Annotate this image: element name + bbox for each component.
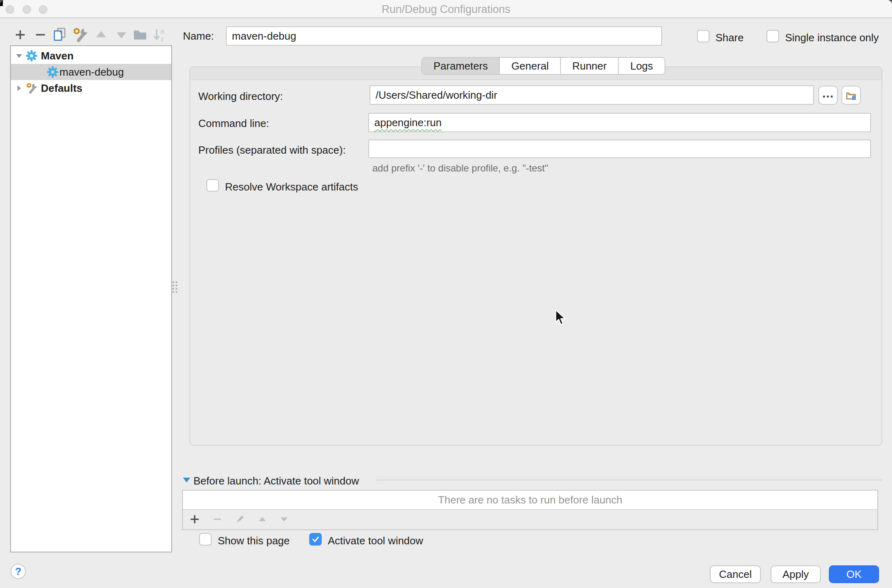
wrench-nut-icon: [25, 82, 38, 94]
splitter-handle[interactable]: [172, 281, 178, 298]
profiles-hint: add prefix '-' to disable profile, e.g. …: [372, 163, 548, 174]
tree-item-label: Defaults: [41, 82, 83, 95]
remove-configuration-button[interactable]: [32, 26, 49, 44]
task-toolbar: [183, 510, 877, 529]
copy-configuration-button[interactable]: [51, 26, 69, 44]
profiles-input[interactable]: [368, 140, 871, 158]
before-launch-task-list: There are no tasks to run before launch: [182, 490, 878, 530]
help-button[interactable]: ?: [11, 564, 26, 579]
sort-configurations-button[interactable]: a z: [151, 26, 168, 44]
triangle-down-icon: [279, 514, 289, 524]
profiles-label: Profiles (separated with space):: [198, 144, 346, 157]
minus-icon: [34, 29, 47, 41]
single-instance-label: Single instance only: [785, 32, 879, 44]
tree-item-defaults[interactable]: Defaults: [11, 80, 171, 96]
move-task-down-button[interactable]: [279, 514, 289, 524]
tree-item-maven-debug[interactable]: maven-debug: [11, 64, 171, 80]
question-mark-icon: ?: [15, 565, 21, 578]
activate-tool-window-label: Activate tool window: [328, 535, 423, 547]
show-this-page-checkbox[interactable]: [199, 533, 212, 546]
before-launch-divider: [376, 480, 882, 480]
svg-text:z: z: [161, 35, 164, 42]
browse-button[interactable]: …: [818, 86, 838, 105]
before-launch-collapse-arrow[interactable]: [183, 478, 190, 482]
triangle-up-icon: [257, 514, 267, 524]
svg-text:a: a: [161, 27, 165, 35]
empty-task-message: There are no tasks to run before launch: [183, 491, 877, 510]
working-directory-input[interactable]: [370, 85, 814, 105]
command-line-label: Command line:: [198, 117, 269, 130]
collapsed-arrow-icon[interactable]: [15, 85, 23, 92]
apply-button[interactable]: Apply: [771, 565, 821, 583]
maven-gear-icon: [47, 66, 59, 78]
folder-icon: [133, 27, 147, 42]
sort-az-icon: a z: [152, 27, 167, 42]
move-task-up-button[interactable]: [257, 514, 267, 524]
choose-folder-button[interactable]: [841, 86, 861, 105]
title-bar[interactable]: Run/Debug Configurations: [0, 0, 892, 18]
tree-item-label: Maven: [41, 50, 74, 62]
show-this-page-label: Show this page: [218, 535, 290, 547]
folder-blue-icon: [845, 89, 858, 102]
expanded-arrow-icon[interactable]: [15, 52, 23, 59]
triangle-down-icon: [115, 29, 127, 41]
single-instance-checkbox[interactable]: [767, 30, 779, 42]
resolve-workspace-label: Resolve Workspace artifacts: [225, 181, 358, 193]
remove-task-button[interactable]: [212, 514, 223, 525]
plus-icon: [14, 29, 26, 41]
settings-tabs: Parameters General Runner Logs: [421, 57, 665, 75]
cancel-button[interactable]: Cancel: [710, 565, 761, 583]
maven-gear-icon: [25, 50, 38, 62]
run-debug-configurations-dialog: Run/Debug Configurations: [0, 0, 892, 588]
pencil-icon: [235, 514, 245, 525]
minus-icon: [212, 514, 223, 525]
move-up-button[interactable]: [92, 26, 110, 44]
copy-icon: [52, 27, 68, 42]
command-line-input[interactable]: appengine:run: [368, 113, 871, 132]
resolve-workspace-checkbox[interactable]: [206, 179, 219, 192]
configurations-tree: Maven maven-debug: [10, 45, 172, 552]
wrench-nut-icon: [72, 27, 88, 43]
tab-logs[interactable]: Logs: [618, 58, 664, 74]
add-task-button[interactable]: [189, 514, 200, 525]
check-icon: [311, 535, 320, 544]
create-folder-button[interactable]: [131, 26, 149, 44]
tab-parameters[interactable]: Parameters: [422, 58, 499, 74]
name-input[interactable]: [226, 26, 662, 46]
edit-task-button[interactable]: [235, 514, 245, 525]
before-launch-title: Before launch: Activate tool window: [193, 475, 359, 487]
tree-item-label: maven-debug: [59, 66, 124, 78]
tab-runner[interactable]: Runner: [560, 58, 618, 74]
move-down-button[interactable]: [113, 26, 130, 44]
window-title: Run/Debug Configurations: [0, 3, 892, 16]
plus-icon: [189, 514, 200, 525]
share-checkbox[interactable]: [697, 30, 709, 42]
screen-artifact: [0, 0, 3, 6]
tab-general[interactable]: General: [499, 58, 560, 74]
share-label: Share: [716, 32, 743, 44]
ellipsis-icon: …: [822, 87, 835, 100]
command-line-value: appengine:run: [374, 116, 442, 129]
tree-item-maven[interactable]: Maven: [11, 48, 171, 64]
working-directory-label: Working directory:: [198, 90, 283, 103]
activate-tool-window-checkbox[interactable]: [309, 533, 322, 546]
mouse-cursor: [554, 309, 569, 326]
name-label: Name:: [183, 30, 214, 42]
add-configuration-button[interactable]: [11, 26, 29, 44]
ok-button[interactable]: OK: [829, 565, 879, 583]
triangle-up-icon: [95, 29, 107, 41]
edit-defaults-button[interactable]: [71, 26, 89, 44]
